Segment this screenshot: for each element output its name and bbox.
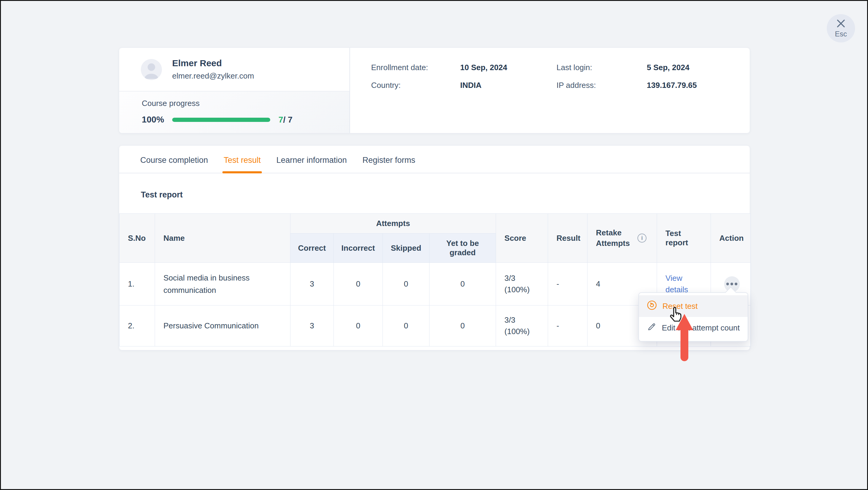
col-header-attempts: Attempts (290, 214, 496, 234)
menu-item-edit-test-attempt-count[interactable]: Edit test attempt count (639, 317, 748, 339)
close-icon (836, 18, 846, 29)
cell-skipped: 0 (383, 306, 430, 346)
col-header-sno: S.No (120, 214, 155, 263)
col-header-incorrect: Incorrect (334, 234, 383, 263)
cell-test-name: Social media in business communication (155, 263, 290, 306)
col-header-action: Action (711, 214, 751, 263)
close-button[interactable]: Esc (827, 14, 855, 42)
col-header-skipped: Skipped (383, 234, 430, 263)
course-progress-label: Course progress (142, 99, 349, 108)
col-header-retake: Retake Attempts (588, 214, 657, 263)
cell-incorrect: 0 (334, 263, 383, 306)
cell-correct: 3 (290, 263, 334, 306)
country-label: Country: (371, 81, 460, 90)
ip-address-label: IP address: (557, 81, 647, 90)
tab-learner-information[interactable]: Learner information (276, 146, 347, 173)
cell-sno: 2. (120, 306, 155, 346)
profile-panel: Elmer Reed elmer.reed@zylker.com Course … (119, 48, 350, 133)
esc-label: Esc (835, 30, 847, 38)
ip-address-value: 139.167.79.65 (647, 81, 750, 90)
cell-result: - (548, 306, 588, 346)
edit-icon (647, 322, 656, 334)
tab-course-completion[interactable]: Course completion (140, 146, 208, 173)
enrollment-details-panel: Enrollment date: 10 Sep, 2024 Last login… (350, 48, 750, 133)
tabbar: Course completion Test result Learner in… (119, 146, 750, 173)
cell-incorrect: 0 (334, 306, 383, 346)
menu-item-reset-test[interactable]: Reset test (639, 295, 748, 317)
tab-register-forms[interactable]: Register forms (362, 146, 415, 173)
cell-correct: 3 (290, 306, 334, 346)
col-header-yet-to-be-graded: Yet to be graded (430, 234, 496, 263)
progress-percent: 100% (142, 115, 164, 125)
info-icon[interactable] (638, 234, 647, 243)
cell-test-name: Persuasive Communication (155, 306, 290, 346)
cell-result: - (548, 263, 588, 306)
enrollment-date-label: Enrollment date: (371, 63, 460, 72)
view-details-link[interactable]: View details (665, 273, 705, 295)
last-login-label: Last login: (557, 63, 647, 72)
cell-score: 3/3(100%) (496, 306, 548, 346)
progress-count: 7/ 7 (278, 115, 292, 125)
cell-yet-to-be-graded: 0 (430, 263, 496, 306)
col-header-score: Score (496, 214, 548, 263)
section-title: Test report (141, 190, 750, 200)
last-login-value: 5 Sep, 2024 (647, 63, 750, 72)
cell-score: 3/3(100%) (496, 263, 548, 306)
learner-report-page: Esc Elmer Reed elmer.reed@zylker.com Co (0, 0, 868, 490)
learner-summary-card: Elmer Reed elmer.reed@zylker.com Course … (119, 48, 750, 133)
learner-name: Elmer Reed (172, 58, 254, 68)
col-header-name: Name (155, 214, 290, 263)
cell-skipped: 0 (383, 263, 430, 306)
row-actions-menu: Reset test Edit test attempt count (638, 292, 748, 342)
enrollment-date-value: 10 Sep, 2024 (460, 63, 557, 72)
learner-email: elmer.reed@zylker.com (172, 71, 254, 81)
country-value: INDIA (460, 81, 557, 90)
avatar (141, 59, 162, 80)
tab-test-result[interactable]: Test result (224, 146, 261, 173)
reset-icon (647, 300, 657, 312)
hand-cursor-icon (667, 304, 686, 325)
cell-sno: 1. (120, 263, 155, 306)
cell-yet-to-be-graded: 0 (430, 306, 496, 346)
progress-fill (172, 118, 270, 122)
col-header-test-report: Test report (657, 214, 711, 263)
col-header-correct: Correct (290, 234, 334, 263)
col-header-result: Result (548, 214, 588, 263)
ellipsis-icon (726, 283, 729, 285)
progress-bar (172, 118, 270, 122)
course-progress-section: Course progress 100% 7/ 7 (119, 91, 349, 133)
